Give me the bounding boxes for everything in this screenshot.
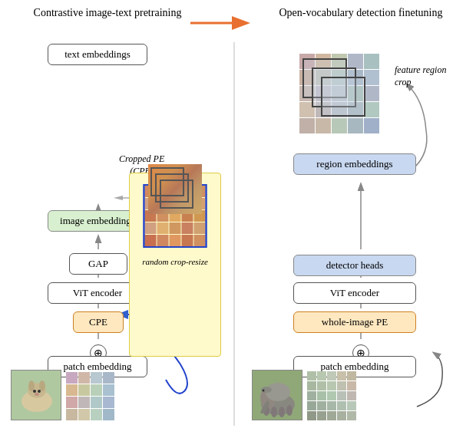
svg-point-37 [279, 407, 285, 417]
whole-image-pe-box: whole-image PE [293, 311, 416, 333]
feature-rect-3 [321, 77, 365, 117]
svg-point-28 [38, 390, 41, 393]
svg-marker-14 [114, 196, 123, 200]
left-title: Contrastive image-text pretraining [15, 6, 200, 20]
right-vit-encoder-box: ViT encoder [293, 282, 416, 304]
elephant-image [252, 370, 302, 420]
svg-point-36 [271, 407, 277, 417]
left-color-grid [66, 372, 114, 420]
cpe-highlight-area: random crop-resize [129, 173, 221, 357]
random-crop-label: random crop-resize [133, 256, 217, 267]
diagram-container: Contrastive image-text pretraining Open-… [0, 0, 476, 430]
detector-heads-box: detector heads [293, 255, 416, 276]
svg-point-27 [33, 390, 36, 393]
right-title: Open-vocabulary detection finetuning [261, 6, 461, 20]
multi-box-area [144, 160, 206, 217]
svg-point-29 [35, 393, 39, 396]
region-embeddings-box: region embeddings [293, 153, 416, 175]
dog-image [11, 370, 61, 420]
svg-point-39 [263, 390, 265, 392]
svg-point-38 [286, 405, 293, 416]
right-color-grid-bottom [307, 371, 356, 420]
feature-region-area: feature region crop [299, 54, 392, 146]
gap-box: GAP [69, 253, 127, 275]
text-embeddings-box: text embeddings [48, 44, 147, 65]
rect-3 [160, 180, 193, 209]
svg-point-25 [28, 380, 35, 391]
feature-region-label: feature region crop [395, 64, 447, 88]
cpe-box: CPE [73, 311, 124, 333]
svg-point-26 [39, 380, 45, 391]
